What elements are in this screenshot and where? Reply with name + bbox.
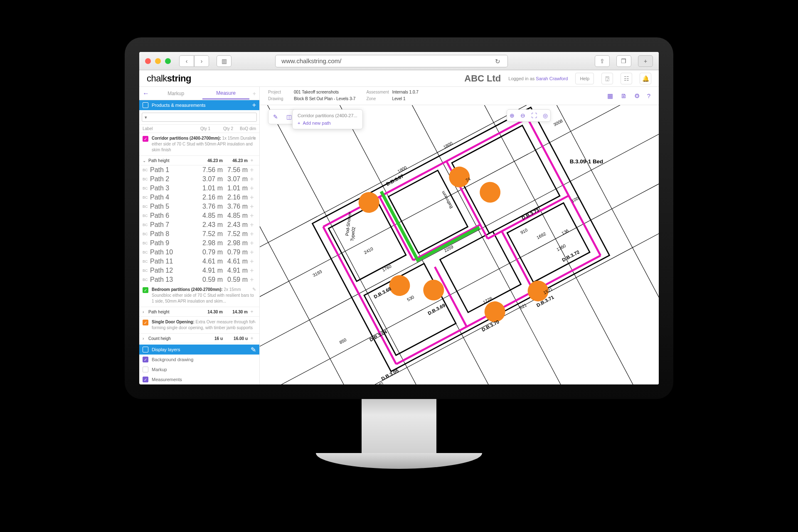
- section-products[interactable]: Products & measurements +: [139, 100, 259, 110]
- product-item[interactable]: ✎ Bedroom partitions (2400-2700mm): 2x 1…: [139, 284, 259, 307]
- app-logo: chalkstring: [147, 73, 191, 84]
- user-link[interactable]: Sarah Crawford: [536, 76, 568, 81]
- edit-layers-icon[interactable]: ✎: [251, 346, 256, 354]
- tab-add-icon[interactable]: +: [253, 90, 256, 97]
- path-summary[interactable]: ›Count heigh16 u16.00 u+: [139, 334, 259, 343]
- url-bar[interactable]: www.chalkstring.com/ ↻: [275, 55, 508, 67]
- layers-check-icon[interactable]: [143, 347, 148, 352]
- path-row[interactable]: BCPath 72.43 m2.43 m+: [139, 220, 259, 229]
- app-header: chalkstring ABC Ltd Logged in as Sarah C…: [139, 70, 659, 87]
- meta-help-icon[interactable]: ?: [647, 92, 650, 99]
- sidebar: ← Markup Measure + Products & measuremen…: [139, 87, 260, 384]
- layer-row[interactable]: Background drawing: [139, 355, 259, 365]
- add-path-popup: Corridor partitions (2400-27... +Add new…: [292, 109, 363, 129]
- layer-row[interactable]: Measurements: [139, 374, 259, 384]
- product-swatch[interactable]: [143, 136, 148, 142]
- window-close-icon[interactable]: [145, 58, 151, 64]
- path-row[interactable]: BCPath 64.85 m4.85 m+: [139, 211, 259, 220]
- product-item[interactable]: ✎ Corridor partitions (2400-2700mm): 1x …: [139, 133, 259, 156]
- pencil-icon[interactable]: ✎: [252, 287, 256, 292]
- prefs-icon[interactable]: ☷: [621, 73, 632, 84]
- bell-icon[interactable]: 🔔: [640, 73, 651, 84]
- meta-gear-icon[interactable]: ⚙: [634, 92, 640, 100]
- login-status: Logged in as Sarah Crawford: [508, 76, 568, 81]
- path-row[interactable]: BCPath 130.59 m0.59 m+: [139, 275, 259, 284]
- layer-label: Background drawing: [152, 357, 193, 362]
- path-row[interactable]: BCPath 92.98 m2.98 m+: [139, 239, 259, 248]
- nav-fwd-button[interactable]: ›: [194, 55, 209, 67]
- path-row[interactable]: BCPath 53.76 m3.76 m+: [139, 202, 259, 211]
- column-headers: LabelQty 1Qty 2BoQ dim: [139, 125, 259, 133]
- tab-measure[interactable]: Measure: [202, 88, 249, 99]
- meta-page-icon[interactable]: ▦: [607, 92, 613, 100]
- pencil-icon[interactable]: ✎: [252, 319, 256, 325]
- zoom-actual-icon[interactable]: ◎: [543, 112, 548, 119]
- pencil-tool-icon[interactable]: ✎: [271, 112, 280, 121]
- path-row[interactable]: BCPath 23.07 m3.07 m+: [139, 175, 259, 184]
- imac-monitor: ‹ › ▥ www.chalkstring.com/ ↻ ⇪ ❐ + chalk…: [125, 37, 673, 495]
- meta-doc-icon[interactable]: 🗎: [621, 92, 627, 99]
- sidebar-toggle-button[interactable]: ▥: [217, 55, 232, 67]
- layer-checkbox[interactable]: [143, 357, 148, 362]
- path-row[interactable]: BCPath 87.52 m7.52 m+: [139, 229, 259, 239]
- pencil-icon[interactable]: ✎: [252, 135, 256, 141]
- product-swatch[interactable]: [143, 320, 148, 325]
- add-new-path-button[interactable]: +Add new path: [298, 121, 357, 126]
- path-row[interactable]: BCPath 42.16 m2.16 m+: [139, 193, 259, 202]
- product-swatch[interactable]: [143, 287, 148, 293]
- layer-checkbox[interactable]: [143, 377, 148, 382]
- path-row[interactable]: BCPath 31.01 m1.01 m+: [139, 184, 259, 193]
- product-item[interactable]: ✎ Single Door Opening: Extra Over measur…: [139, 317, 259, 334]
- path-summary[interactable]: ⌄Path height46.23 m46.23 m+: [139, 156, 259, 165]
- browser-chrome: ‹ › ▥ www.chalkstring.com/ ↻ ⇪ ❐ +: [139, 52, 659, 70]
- path-row[interactable]: BCPath 17.56 m7.56 m+: [139, 165, 259, 175]
- room-label-big: B.3.09-1 Bed: [570, 158, 603, 165]
- main-panel: Project001 Takeoff screenshots DrawingBl…: [260, 87, 659, 384]
- filter-input[interactable]: [142, 113, 257, 122]
- layer-label: Measurements: [152, 377, 182, 382]
- drawing-canvas[interactable]: B.3.09-1 Bed D.B.3.67 D.B.3.68 D.B.3.69 …: [260, 105, 659, 384]
- tabs-button[interactable]: ❐: [616, 55, 631, 67]
- zoom-in-icon[interactable]: ⊕: [510, 112, 515, 119]
- window-max-icon[interactable]: [165, 58, 171, 64]
- path-row[interactable]: BCPath 114.61 m4.61 m+: [139, 257, 259, 266]
- nav-back-button[interactable]: ‹: [179, 55, 194, 67]
- help-button[interactable]: Help: [575, 73, 594, 84]
- svg-rect-0: [260, 105, 659, 384]
- layer-checkbox[interactable]: [143, 367, 148, 372]
- path-row[interactable]: BCPath 124.91 m4.91 m+: [139, 266, 259, 275]
- share-button[interactable]: ⇪: [595, 55, 610, 67]
- window-min-icon[interactable]: [155, 58, 161, 64]
- section-layers[interactable]: Display layers ✎: [139, 345, 259, 355]
- meta-bar: Project001 Takeoff screenshots DrawingBl…: [260, 87, 659, 105]
- add-product-icon[interactable]: +: [252, 101, 256, 109]
- layer-label: Markup: [152, 367, 167, 372]
- new-tab-button[interactable]: +: [638, 55, 653, 67]
- zoom-out-icon[interactable]: ⊖: [520, 112, 525, 119]
- back-button[interactable]: ←: [143, 90, 149, 97]
- tab-markup[interactable]: Markup: [153, 88, 199, 99]
- user-icon[interactable]: ⍰: [601, 73, 613, 84]
- path-summary[interactable]: ›Path height14.30 m14.30 m+: [139, 307, 259, 317]
- path-row[interactable]: BCPath 100.79 m0.79 m+: [139, 248, 259, 257]
- layer-row[interactable]: Markup: [139, 365, 259, 374]
- company-name: ABC Ltd: [464, 73, 501, 84]
- refresh-icon[interactable]: ↻: [495, 58, 502, 64]
- popup-breadcrumb: Corridor partitions (2400-27...: [298, 113, 357, 121]
- zoom-fit-icon[interactable]: ⛶: [531, 112, 537, 119]
- products-check-icon[interactable]: [143, 102, 148, 108]
- url-text: www.chalkstring.com/: [281, 57, 341, 64]
- zoom-toolbar: ⊕ ⊖ ⛶ ◎: [507, 109, 551, 122]
